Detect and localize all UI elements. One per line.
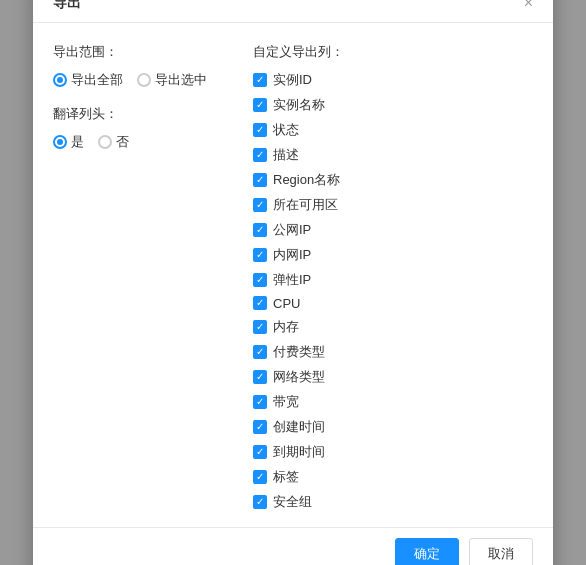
col-availability-zone[interactable]: 所在可用区 — [253, 196, 533, 214]
custom-columns-label: 自定义导出列： — [253, 43, 533, 61]
right-section: 自定义导出列： 实例ID 实例名称 状态 描述 — [253, 43, 533, 511]
radio-export-all-label: 导出全部 — [71, 71, 123, 89]
col-expire-time-label: 到期时间 — [273, 443, 325, 461]
dialog-title: 导出 — [53, 0, 81, 12]
col-instance-id[interactable]: 实例ID — [253, 71, 533, 89]
left-section: 导出范围： 导出全部 导出选中 翻译列头： 是 否 — [53, 43, 253, 511]
col-network-type-checkbox[interactable] — [253, 370, 267, 384]
col-public-ip-label: 公网IP — [273, 221, 311, 239]
col-availability-zone-checkbox[interactable] — [253, 198, 267, 212]
close-button[interactable]: × — [524, 0, 533, 11]
radio-export-all[interactable]: 导出全部 — [53, 71, 123, 89]
col-cpu-checkbox[interactable] — [253, 296, 267, 310]
radio-export-selected-label: 导出选中 — [155, 71, 207, 89]
col-description-label: 描述 — [273, 146, 299, 164]
col-memory[interactable]: 内存 — [253, 318, 533, 336]
radio-translate-no-input[interactable] — [98, 135, 112, 149]
col-expire-time-checkbox[interactable] — [253, 445, 267, 459]
col-region-name[interactable]: Region名称 — [253, 171, 533, 189]
col-elastic-ip[interactable]: 弹性IP — [253, 271, 533, 289]
col-network-type-label: 网络类型 — [273, 368, 325, 386]
col-billing-type[interactable]: 付费类型 — [253, 343, 533, 361]
translate-header-label: 翻译列头： — [53, 105, 253, 123]
col-bandwidth-label: 带宽 — [273, 393, 299, 411]
col-network-type[interactable]: 网络类型 — [253, 368, 533, 386]
radio-translate-yes-label: 是 — [71, 133, 84, 151]
confirm-button[interactable]: 确定 — [395, 538, 459, 566]
col-private-ip-checkbox[interactable] — [253, 248, 267, 262]
col-elastic-ip-label: 弹性IP — [273, 271, 311, 289]
col-instance-name-checkbox[interactable] — [253, 98, 267, 112]
col-cpu-label: CPU — [273, 296, 300, 311]
export-range-label: 导出范围： — [53, 43, 253, 61]
col-cpu[interactable]: CPU — [253, 296, 533, 311]
col-status-label: 状态 — [273, 121, 299, 139]
col-bandwidth-checkbox[interactable] — [253, 395, 267, 409]
radio-translate-yes-input[interactable] — [53, 135, 67, 149]
dialog-header: 导出 × — [33, 0, 553, 23]
radio-translate-no[interactable]: 否 — [98, 133, 129, 151]
col-status-checkbox[interactable] — [253, 123, 267, 137]
radio-export-selected-input[interactable] — [137, 73, 151, 87]
col-security-group-checkbox[interactable] — [253, 495, 267, 509]
col-instance-id-label: 实例ID — [273, 71, 312, 89]
col-instance-name-label: 实例名称 — [273, 96, 325, 114]
col-tags[interactable]: 标签 — [253, 468, 533, 486]
col-create-time[interactable]: 创建时间 — [253, 418, 533, 436]
columns-list: 实例ID 实例名称 状态 描述 Region名称 — [253, 71, 533, 511]
radio-export-selected[interactable]: 导出选中 — [137, 71, 207, 89]
col-description[interactable]: 描述 — [253, 146, 533, 164]
dialog-body: 导出范围： 导出全部 导出选中 翻译列头： 是 否 — [33, 23, 553, 527]
col-public-ip[interactable]: 公网IP — [253, 221, 533, 239]
col-expire-time[interactable]: 到期时间 — [253, 443, 533, 461]
col-memory-checkbox[interactable] — [253, 320, 267, 334]
export-dialog: 导出 × 导出范围： 导出全部 导出选中 翻译列头： 是 — [33, 0, 553, 565]
col-security-group-label: 安全组 — [273, 493, 312, 511]
col-billing-type-label: 付费类型 — [273, 343, 325, 361]
col-instance-name[interactable]: 实例名称 — [253, 96, 533, 114]
col-memory-label: 内存 — [273, 318, 299, 336]
col-availability-zone-label: 所在可用区 — [273, 196, 338, 214]
col-private-ip-label: 内网IP — [273, 246, 311, 264]
col-billing-type-checkbox[interactable] — [253, 345, 267, 359]
radio-translate-yes[interactable]: 是 — [53, 133, 84, 151]
col-tags-checkbox[interactable] — [253, 470, 267, 484]
col-instance-id-checkbox[interactable] — [253, 73, 267, 87]
translate-group: 是 否 — [53, 133, 253, 151]
col-elastic-ip-checkbox[interactable] — [253, 273, 267, 287]
col-security-group[interactable]: 安全组 — [253, 493, 533, 511]
col-bandwidth[interactable]: 带宽 — [253, 393, 533, 411]
col-region-name-checkbox[interactable] — [253, 173, 267, 187]
dialog-footer: 确定 取消 — [33, 527, 553, 566]
radio-translate-no-label: 否 — [116, 133, 129, 151]
export-range-group: 导出全部 导出选中 — [53, 71, 253, 89]
col-tags-label: 标签 — [273, 468, 299, 486]
radio-export-all-input[interactable] — [53, 73, 67, 87]
col-private-ip[interactable]: 内网IP — [253, 246, 533, 264]
col-description-checkbox[interactable] — [253, 148, 267, 162]
col-create-time-checkbox[interactable] — [253, 420, 267, 434]
col-create-time-label: 创建时间 — [273, 418, 325, 436]
cancel-button[interactable]: 取消 — [469, 538, 533, 566]
col-region-name-label: Region名称 — [273, 171, 340, 189]
col-public-ip-checkbox[interactable] — [253, 223, 267, 237]
col-status[interactable]: 状态 — [253, 121, 533, 139]
